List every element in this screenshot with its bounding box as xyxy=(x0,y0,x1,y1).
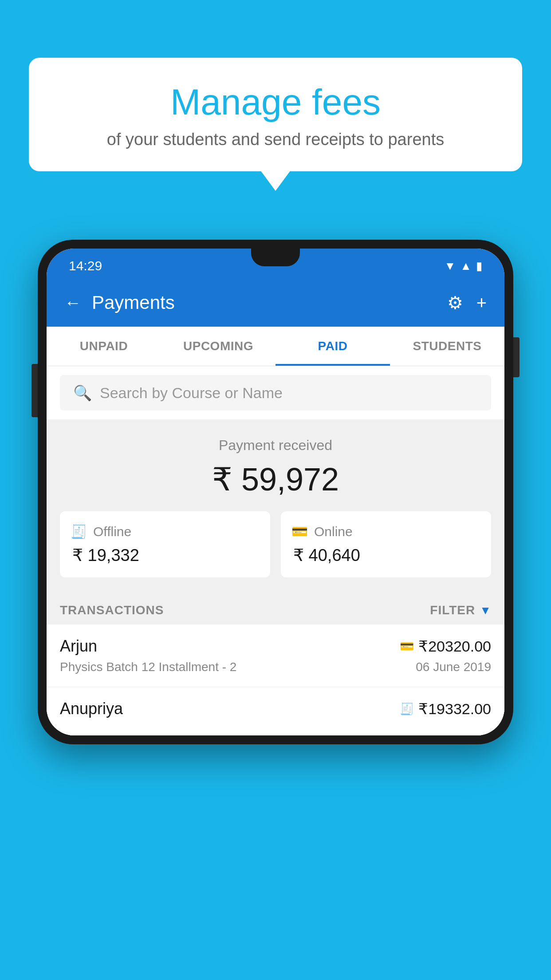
transaction-row1: Arjun 💳 ₹20320.00 xyxy=(60,637,491,656)
transaction-name: Arjun xyxy=(60,637,97,656)
phone-body: 14:29 ▼ ▲ ▮ ← Payments ⚙ + xyxy=(38,240,513,744)
header-right: ⚙ + xyxy=(447,292,487,313)
back-button[interactable]: ← xyxy=(64,293,81,312)
payment-summary: Payment received ₹ 59,972 🧾 Offline ₹ 19… xyxy=(47,419,504,591)
offline-payment-icon: 🧾 xyxy=(71,524,87,539)
battery-icon: ▮ xyxy=(476,259,482,273)
offline-card-header: 🧾 Offline xyxy=(71,524,260,539)
content-area: 🔍 Search by Course or Name Payment recei… xyxy=(47,366,504,735)
filter-container[interactable]: FILTER ▼ xyxy=(430,603,491,617)
transaction-item[interactable]: Anupriya 🧾 ₹19332.00 xyxy=(47,687,504,735)
search-icon: 🔍 xyxy=(73,384,92,402)
status-icons: ▼ ▲ ▮ xyxy=(445,259,482,273)
gear-icon[interactable]: ⚙ xyxy=(447,292,463,313)
transaction-item[interactable]: Arjun 💳 ₹20320.00 Physics Batch 12 Insta… xyxy=(47,624,504,687)
tab-unpaid[interactable]: UNPAID xyxy=(47,327,161,366)
phone-notch xyxy=(251,249,300,266)
phone-screen: 14:29 ▼ ▲ ▮ ← Payments ⚙ + xyxy=(47,249,504,735)
transaction-amount-row: 💳 ₹20320.00 xyxy=(400,637,491,655)
wifi-icon: ▼ xyxy=(445,259,456,273)
tab-paid[interactable]: PAID xyxy=(276,327,390,366)
offline-label: Offline xyxy=(93,524,131,539)
online-payment-type-icon: 💳 xyxy=(400,640,414,653)
online-payment-icon: 💳 xyxy=(291,524,308,539)
add-icon[interactable]: + xyxy=(476,293,487,313)
offline-amount: ₹ 19,332 xyxy=(71,545,260,565)
filter-icon: ▼ xyxy=(480,604,491,617)
transaction-row2: Physics Batch 12 Installment - 2 06 June… xyxy=(60,660,491,674)
transactions-header: TRANSACTIONS FILTER ▼ xyxy=(47,591,504,624)
speech-bubble-subtitle: of your students and send receipts to pa… xyxy=(55,130,496,149)
online-amount: ₹ 40,640 xyxy=(291,545,480,565)
app-header: ← Payments ⚙ + xyxy=(47,279,504,327)
status-time: 14:29 xyxy=(69,258,102,273)
search-container: 🔍 Search by Course or Name xyxy=(47,366,504,419)
transaction-row1: Anupriya 🧾 ₹19332.00 xyxy=(60,699,491,718)
transactions-label: TRANSACTIONS xyxy=(60,603,164,617)
signal-icon: ▲ xyxy=(460,259,472,273)
transaction-amount-row: 🧾 ₹19332.00 xyxy=(400,700,491,718)
filter-label: FILTER xyxy=(430,603,475,617)
transaction-date: 06 June 2019 xyxy=(416,660,491,674)
speech-bubble: Manage fees of your students and send re… xyxy=(29,58,522,171)
search-input[interactable]: Search by Course or Name xyxy=(100,384,283,402)
header-left: ← Payments xyxy=(64,292,175,313)
online-card-header: 💳 Online xyxy=(291,524,480,539)
offline-payment-type-icon: 🧾 xyxy=(400,702,414,716)
online-label: Online xyxy=(314,524,353,539)
transaction-amount: ₹20320.00 xyxy=(418,637,491,655)
offline-payment-card: 🧾 Offline ₹ 19,332 xyxy=(60,511,270,577)
payment-received-label: Payment received xyxy=(60,437,491,454)
transaction-name: Anupriya xyxy=(60,699,123,718)
search-box[interactable]: 🔍 Search by Course or Name xyxy=(60,375,491,411)
speech-bubble-section: Manage fees of your students and send re… xyxy=(29,58,522,171)
tab-students[interactable]: STUDENTS xyxy=(390,327,504,366)
payment-total-amount: ₹ 59,972 xyxy=(60,461,491,498)
speech-bubble-title: Manage fees xyxy=(55,82,496,122)
page-title: Payments xyxy=(92,292,175,313)
tab-upcoming[interactable]: UPCOMING xyxy=(161,327,276,366)
transaction-amount: ₹19332.00 xyxy=(418,700,491,718)
tabs-bar: UNPAID UPCOMING PAID STUDENTS xyxy=(47,327,504,366)
payment-cards: 🧾 Offline ₹ 19,332 💳 Online ₹ 40,640 xyxy=(60,511,491,577)
transaction-course: Physics Batch 12 Installment - 2 xyxy=(60,660,236,674)
phone-mockup: 14:29 ▼ ▲ ▮ ← Payments ⚙ + xyxy=(38,240,513,744)
online-payment-card: 💳 Online ₹ 40,640 xyxy=(281,511,491,577)
